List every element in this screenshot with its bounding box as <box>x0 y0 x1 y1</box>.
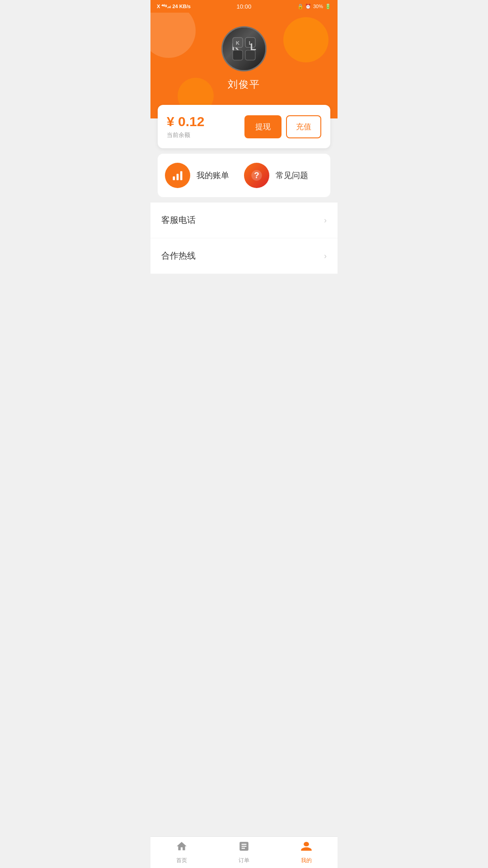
faq-icon: ? <box>244 163 269 188</box>
balance-card: ¥ 0.12 当前余额 提现 充值 <box>158 105 330 148</box>
menu-item-billing[interactable]: 我的账单 <box>165 163 244 188</box>
svg-text:?: ? <box>254 170 259 180</box>
svg-rect-2 <box>233 50 243 60</box>
svg-text:K: K <box>236 40 239 46</box>
svg-rect-6 <box>173 176 175 180</box>
customer-service-item[interactable]: 客服电话 › <box>150 203 338 238</box>
menu-card: 我的账单 ? 常见问题 <box>158 154 330 197</box>
svg-rect-1 <box>245 38 255 47</box>
chevron-right-icon-2: › <box>324 251 327 261</box>
faq-label: 常见问题 <box>276 170 308 181</box>
balance-label: 当前余额 <box>167 131 204 139</box>
profile-header: K L 刘俊平 <box>150 13 338 118</box>
cooperation-hotline-item[interactable]: 合作热线 › <box>150 238 338 274</box>
status-time: 10:00 <box>237 3 252 10</box>
balance-amount: ¥ 0.12 <box>167 114 204 129</box>
avatar-image: K L <box>223 28 265 70</box>
svg-rect-8 <box>180 171 183 180</box>
status-battery: 🔒 ⏰ 30% 🔋 <box>297 4 331 9</box>
svg-text:L: L <box>249 40 252 46</box>
status-signal: X ⁴⁶ᵍ.ₙₗ 24 KB/s <box>157 4 191 9</box>
balance-info: ¥ 0.12 当前余额 <box>167 114 204 139</box>
balance-actions: 提现 充值 <box>244 115 321 138</box>
cooperation-hotline-label: 合作热线 <box>161 250 196 262</box>
avatar[interactable]: K L <box>221 26 267 71</box>
svg-rect-7 <box>177 174 179 180</box>
username: 刘俊平 <box>228 78 260 91</box>
billing-label: 我的账单 <box>197 170 229 181</box>
billing-icon <box>165 163 190 188</box>
status-bar: X ⁴⁶ᵍ.ₙₗ 24 KB/s 10:00 🔒 ⏰ 30% 🔋 <box>150 0 338 13</box>
customer-service-label: 客服电话 <box>161 214 196 226</box>
svg-rect-3 <box>245 50 255 60</box>
blob-2 <box>283 17 328 62</box>
withdraw-button[interactable]: 提现 <box>244 115 282 138</box>
menu-item-faq[interactable]: ? 常见问题 <box>244 163 323 188</box>
blob-1 <box>150 13 196 58</box>
chevron-right-icon: › <box>324 216 327 225</box>
recharge-button[interactable]: 充值 <box>286 115 321 138</box>
